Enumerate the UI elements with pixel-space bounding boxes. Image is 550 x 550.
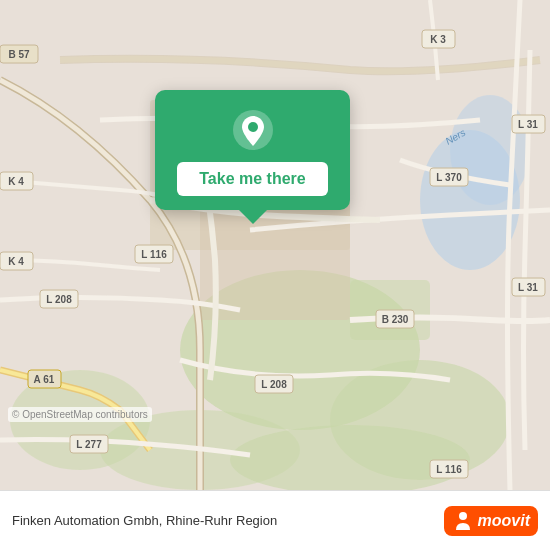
- svg-text:B 57: B 57: [8, 49, 30, 60]
- svg-text:B 230: B 230: [382, 314, 409, 325]
- svg-text:A 61: A 61: [34, 374, 55, 385]
- svg-text:L 116: L 116: [436, 464, 462, 475]
- svg-point-45: [459, 512, 467, 520]
- map-container: B 57 L 116 K 3 L 31 K 4 L 370 K 4 L 116 …: [0, 0, 550, 490]
- copyright-text: © OpenStreetMap contributors: [8, 407, 152, 422]
- svg-text:K 4: K 4: [8, 176, 24, 187]
- moovit-logo[interactable]: moovit: [444, 506, 538, 536]
- svg-text:L 31: L 31: [518, 119, 538, 130]
- svg-text:K 3: K 3: [430, 34, 446, 45]
- moovit-icon: [452, 510, 474, 532]
- location-label: Finken Automation Gmbh, Rhine-Ruhr Regio…: [12, 513, 444, 528]
- svg-text:L 31: L 31: [518, 282, 538, 293]
- map-popup: Take me there: [155, 90, 350, 210]
- svg-point-44: [248, 122, 258, 132]
- svg-text:K 4: K 4: [8, 256, 24, 267]
- footer-bar: Finken Automation Gmbh, Rhine-Ruhr Regio…: [0, 490, 550, 550]
- svg-text:L 277: L 277: [76, 439, 102, 450]
- svg-text:L 116: L 116: [141, 249, 167, 260]
- svg-text:L 208: L 208: [46, 294, 72, 305]
- location-pin-icon: [231, 108, 275, 152]
- moovit-label: moovit: [478, 512, 530, 530]
- take-me-there-button[interactable]: Take me there: [177, 162, 327, 196]
- svg-text:L 370: L 370: [436, 172, 462, 183]
- svg-point-5: [450, 95, 530, 205]
- svg-text:L 208: L 208: [261, 379, 287, 390]
